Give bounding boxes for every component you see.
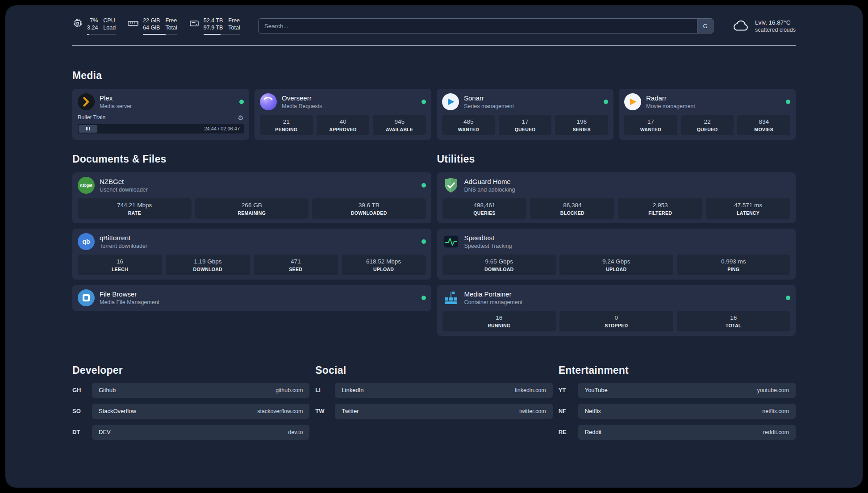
topbar: 7% 3.24 CPU Load xyxy=(72,17,796,35)
memory-free-label: Free xyxy=(165,17,177,24)
plex-now-playing: Bullet Train ⚙ 24:44 / 02:06:47 xyxy=(78,114,244,134)
service-card-adguard[interactable]: AdGuard Home DNS and adblocking 498,461 … xyxy=(437,172,796,223)
service-subtitle: Torrent downloader xyxy=(100,243,147,249)
memory-progress-bar xyxy=(143,34,177,35)
service-card-plex[interactable]: Plex Media server Bullet Train ⚙ 24:44 /… xyxy=(72,89,249,140)
bookmark-linkedin[interactable]: LI LinkedIn linkedin.com xyxy=(315,383,552,398)
now-playing-track: Bullet Train xyxy=(78,114,106,121)
bookmark-stackoverflow[interactable]: SO StackOverflow stackoverflow.com xyxy=(72,404,309,419)
section-heading-developer: Developer xyxy=(72,364,309,376)
pause-button[interactable] xyxy=(79,125,97,133)
memory-free-value: 22 GiB xyxy=(143,17,160,24)
stat-total: 16 TOTAL xyxy=(677,311,791,331)
bookmark-netflix[interactable]: NF Netflix netflix.com xyxy=(559,404,796,419)
stat-blocked: 86,384 BLOCKED xyxy=(530,198,614,219)
disk-progress-bar xyxy=(204,34,240,35)
bookmark-abbr: YT xyxy=(559,387,578,393)
section-heading-entertainment: Entertainment xyxy=(559,364,796,376)
playback-progress-bar[interactable]: 24:44 / 02:06:47 xyxy=(78,124,244,134)
service-card-titles: Speedtest Speedtest Tracking xyxy=(464,234,512,249)
stat-approved: 40 APPROVED xyxy=(317,115,370,135)
bookmark-abbr: LI xyxy=(315,387,335,393)
stat-leech: 16 LEECH xyxy=(78,255,162,275)
weather-condition: scattered clouds xyxy=(755,27,796,33)
service-card-titles: Plex Media server xyxy=(100,94,132,109)
cpu-label: CPU xyxy=(103,17,116,24)
service-card-filebrowser[interactable]: File Browser Media File Management xyxy=(72,285,431,311)
search-input[interactable] xyxy=(258,18,714,33)
service-card-sonarr[interactable]: Sonarr Series management 485 WANTED 17 Q… xyxy=(437,89,613,140)
stat-filtered: 2,953 FILTERED xyxy=(618,198,702,219)
weather-readout: Lviv, 16.87°C scattered clouds xyxy=(755,19,796,33)
service-card-nzbget[interactable]: nzbget NZBGet Usenet downloader 744.21 M… xyxy=(72,172,431,223)
service-card-portainer[interactable]: Media Portainer Container management 16 … xyxy=(437,285,796,336)
bookmark-youtube[interactable]: YT YouTube youtube.com xyxy=(559,383,796,398)
stat-remaining: 266 GB REMAINING xyxy=(195,198,309,219)
status-dot xyxy=(421,100,426,104)
weather-location: Lviv, 16.87°C xyxy=(755,19,796,26)
service-title: File Browser xyxy=(100,290,159,298)
overseerr-icon xyxy=(260,93,277,110)
stat-wanted: 17 WANTED xyxy=(624,115,677,135)
section-heading-utilities: Utilities xyxy=(437,153,796,165)
cpu-icon xyxy=(72,18,83,29)
bookmark-reddit[interactable]: RE Reddit reddit.com xyxy=(559,425,796,440)
bookmark-abbr: SO xyxy=(72,408,92,414)
stat-queued: 22 QUEUED xyxy=(681,115,734,135)
service-card-titles: AdGuard Home DNS and adblocking xyxy=(464,178,515,193)
service-card-speedtest[interactable]: Speedtest Speedtest Tracking 9.65 Gbps D… xyxy=(437,229,796,280)
qbittorrent-icon: qb xyxy=(78,233,95,250)
cloud-icon xyxy=(731,19,750,33)
portainer-icon xyxy=(442,289,459,306)
cpu-readout: 7% 3.24 CPU Load xyxy=(87,17,116,35)
bookmark-twitter[interactable]: TW Twitter twitter.com xyxy=(315,404,552,419)
stat-latency: 47.571 ms LATENCY xyxy=(706,198,790,219)
stat-running: 16 RUNNING xyxy=(442,311,556,331)
bookmark-url: stackoverflow.com xyxy=(257,408,303,414)
section-heading-documents: Documents & Files xyxy=(72,153,431,165)
service-title: NZBGet xyxy=(100,178,148,185)
bookmark-name: Netflix xyxy=(585,408,601,414)
topbar-divider xyxy=(72,45,796,46)
stat-available: 945 AVAILABLE xyxy=(373,115,426,135)
service-subtitle: Media Requests xyxy=(282,103,322,109)
memory-total-value: 64 GiB xyxy=(143,24,160,31)
service-card-radarr[interactable]: Radarr Movie management 17 WANTED 22 QUE… xyxy=(619,89,796,140)
cpu-widget: 7% 3.24 CPU Load xyxy=(72,17,116,35)
status-dot xyxy=(786,100,790,104)
cpu-load-value: 3.24 xyxy=(87,24,98,31)
stat-rate: 744.21 Mbps RATE xyxy=(78,198,192,219)
gear-icon[interactable]: ⚙ xyxy=(238,114,244,121)
service-subtitle: Media server xyxy=(100,103,132,109)
bookmark-abbr: DT xyxy=(72,429,92,435)
bookmark-name: StackOverflow xyxy=(99,408,136,414)
bookmark-abbr: GH xyxy=(72,387,92,393)
section-media: Media Plex Media server xyxy=(72,70,796,140)
search-provider-button[interactable]: G xyxy=(697,19,713,33)
bookmark-name: YouTube xyxy=(585,387,608,393)
bookmark-url: youtube.com xyxy=(757,387,789,393)
service-card-titles: qBittorrent Torrent downloader xyxy=(100,234,147,249)
service-subtitle: Container management xyxy=(464,299,523,305)
status-dot xyxy=(421,183,426,188)
service-card-qbittorrent[interactable]: qb qBittorrent Torrent downloader 16 LEE… xyxy=(72,229,431,280)
bookmark-dev[interactable]: DT DEV dev.to xyxy=(72,425,309,440)
status-dot xyxy=(239,100,244,104)
disk-free-label: Free xyxy=(228,17,240,24)
stat-ping: 0.993 ms PING xyxy=(677,255,791,275)
stat-download: 1.19 Gbps DOWNLOAD xyxy=(166,255,250,275)
bookmark-abbr: TW xyxy=(315,408,335,414)
bookmark-group-developer: Developer GH Github github.com SO StackO… xyxy=(72,364,309,440)
service-card-overseerr[interactable]: Overseerr Media Requests 21 PENDING 40 A… xyxy=(255,89,431,140)
weather-widget: Lviv, 16.87°C scattered clouds xyxy=(731,19,796,33)
stat-download: 9.65 Gbps DOWNLOAD xyxy=(442,255,556,275)
disk-free-value: 52.4 TB xyxy=(204,17,223,24)
radarr-icon xyxy=(624,93,641,110)
playback-time: 24:44 / 02:06:47 xyxy=(204,126,243,131)
bookmark-name: Reddit xyxy=(585,429,602,435)
disk-readout: 52.4 TB 97.9 TB Free Total xyxy=(204,17,240,35)
service-subtitle: Speedtest Tracking xyxy=(464,243,512,249)
service-title: Overseerr xyxy=(282,94,322,102)
service-title: Speedtest xyxy=(464,234,512,242)
bookmark-github[interactable]: GH Github github.com xyxy=(72,383,309,398)
